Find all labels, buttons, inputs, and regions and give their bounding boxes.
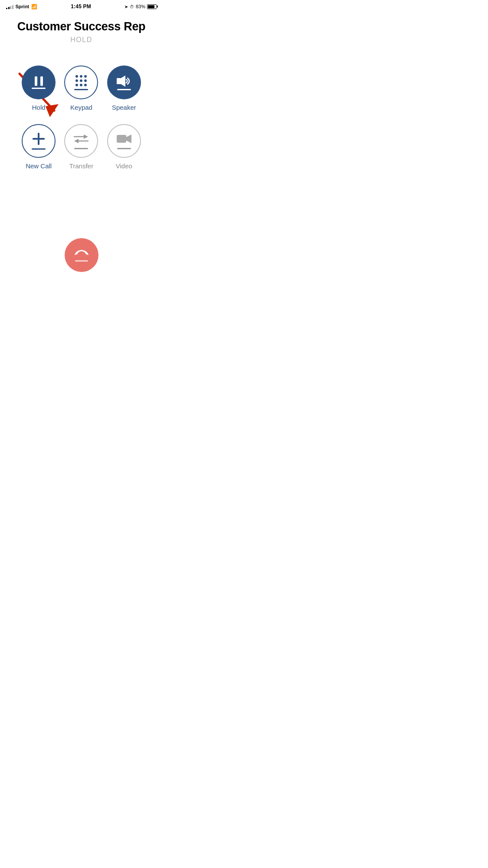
keypad-button[interactable]: Keypad bbox=[60, 66, 102, 111]
hold-icon bbox=[32, 76, 46, 89]
wifi-icon: 📶 bbox=[31, 4, 37, 10]
svg-marker-5 bbox=[84, 134, 88, 139]
new-call-icon bbox=[32, 133, 46, 150]
new-call-circle[interactable] bbox=[22, 124, 56, 158]
speaker-circle[interactable] bbox=[107, 66, 141, 99]
keypad-icon bbox=[74, 75, 88, 90]
video-camera-icon bbox=[116, 133, 132, 149]
speaker-label: Speaker bbox=[112, 104, 136, 111]
status-left: Sprint 📶 bbox=[6, 4, 37, 10]
new-call-label: New Call bbox=[26, 162, 52, 170]
transfer-circle[interactable] bbox=[64, 124, 98, 158]
video-label: Video bbox=[116, 162, 132, 170]
caller-name: Customer Success Rep bbox=[9, 20, 154, 33]
transfer-button[interactable]: Transfer bbox=[60, 124, 102, 170]
battery-icon bbox=[147, 4, 157, 9]
keypad-circle[interactable] bbox=[64, 66, 98, 99]
status-time: 1:45 PM bbox=[71, 3, 91, 10]
hold-circle[interactable] bbox=[22, 66, 56, 99]
svg-marker-3 bbox=[121, 75, 125, 87]
call-status: HOLD bbox=[9, 36, 154, 44]
alarm-icon: ⏱ bbox=[130, 4, 134, 9]
end-call-area bbox=[65, 238, 98, 272]
video-button[interactable]: Video bbox=[103, 124, 145, 170]
video-circle[interactable] bbox=[107, 124, 141, 158]
battery-percent: 83% bbox=[136, 4, 145, 9]
status-right: ➤ ⏱ 83% bbox=[124, 4, 157, 9]
keypad-label: Keypad bbox=[70, 104, 92, 111]
new-call-button[interactable]: New Call bbox=[17, 124, 60, 170]
signal-icon bbox=[6, 4, 13, 9]
status-bar: Sprint 📶 1:45 PM ➤ ⏱ 83% bbox=[0, 0, 163, 12]
svg-rect-8 bbox=[117, 135, 126, 143]
end-call-underline bbox=[75, 260, 88, 262]
call-controls-grid: Hold Keypad bbox=[9, 66, 154, 170]
transfer-icon bbox=[73, 133, 89, 149]
speaker-icon bbox=[116, 75, 132, 90]
speaker-button[interactable]: Speaker bbox=[103, 66, 145, 111]
carrier-name: Sprint bbox=[16, 4, 29, 9]
end-call-button[interactable] bbox=[65, 238, 98, 272]
hold-label: Hold bbox=[32, 104, 46, 111]
svg-marker-9 bbox=[126, 134, 131, 143]
location-icon: ➤ bbox=[124, 4, 128, 9]
hold-button[interactable]: Hold bbox=[17, 66, 60, 111]
svg-marker-7 bbox=[74, 139, 79, 143]
svg-rect-2 bbox=[117, 78, 121, 84]
main-content: Customer Success Rep HOLD Hold bbox=[0, 12, 163, 170]
transfer-label: Transfer bbox=[69, 162, 93, 170]
